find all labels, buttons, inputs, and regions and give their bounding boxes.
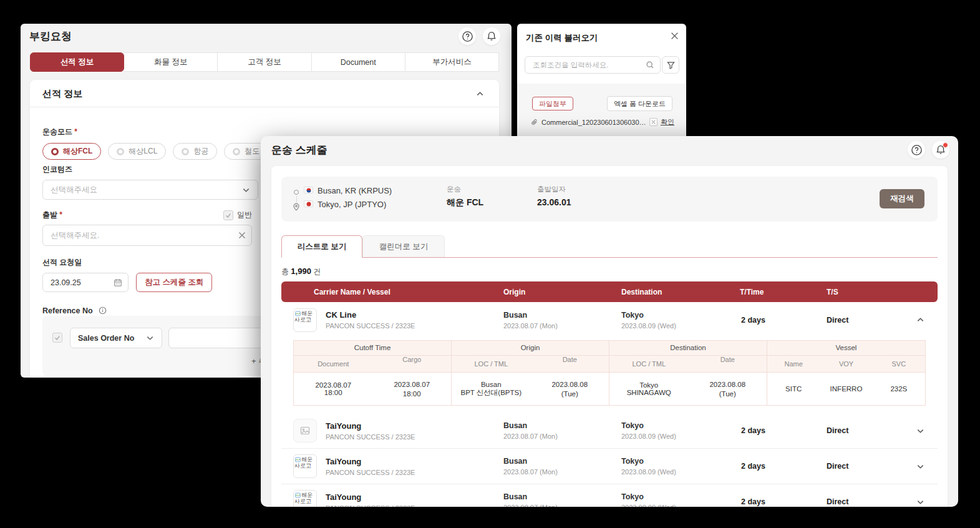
info-icon[interactable] [99, 306, 107, 315]
carrier-logo-broken-image: 해운사로고 [293, 454, 317, 478]
radio-sea-lcl[interactable]: 해상LCL [108, 143, 166, 160]
reference-row-checkbox[interactable] [52, 333, 62, 343]
origin-marker-icon [294, 190, 299, 195]
detail-group-destination: Destination [609, 341, 767, 355]
tab-document[interactable]: Document [312, 52, 405, 72]
attached-file-name: Commercial_120230601306030603060.... [541, 119, 646, 126]
section-title: 선적 정보 [42, 88, 82, 100]
expand-row-icon[interactable] [905, 498, 936, 506]
funnel-icon [667, 61, 675, 69]
general-checkbox-label: 일반 [237, 210, 252, 220]
expand-row-icon[interactable] [905, 462, 936, 471]
broken-image-icon [295, 457, 301, 462]
detail-data-row: 2023.08.0718:00 2023.08.0718:00 BusanBPT… [294, 373, 925, 405]
vessel-name: PANCON SUCCESS / 2323E [326, 322, 415, 330]
radio-air[interactable]: 항공 [173, 143, 217, 160]
research-button[interactable]: 재검색 [880, 189, 924, 208]
history-panel-title: 기존 이력 불러오기 [526, 32, 598, 44]
transit-time: 2 days [727, 316, 787, 325]
broken-image-icon [295, 492, 301, 498]
detail-group-origin: Origin [452, 341, 609, 355]
schedule-row[interactable]: 해운사로고 TaiYoung PANCON SUCCESS / 2323E Bu… [281, 449, 938, 484]
booking-page-title: 부킹요청 [29, 29, 72, 44]
search-icon[interactable] [646, 61, 654, 69]
schedule-title: 운송 스케줄 [271, 143, 327, 157]
tab-customer-info[interactable]: 고객 정보 [218, 52, 311, 72]
schedule-card: Busan, KR (KRPUS) Tokyo, JP (JPTYO) 운송 해… [271, 166, 948, 507]
help-button[interactable] [908, 141, 925, 159]
general-checkbox[interactable] [223, 210, 233, 220]
route-connector [296, 197, 297, 202]
question-icon [462, 31, 473, 42]
file-attach-button[interactable]: 파일첨부 [532, 97, 573, 110]
tab-extra-services[interactable]: 부가서비스 [405, 52, 499, 72]
transport-schedule-modal: 운송 스케줄 Busan, KR (KRPUS) T [261, 136, 958, 507]
schedule-detail-table: Cutoff Time Origin Destination Vessel Do… [293, 340, 926, 406]
carrier-logo-broken-image: 해운사로고 [293, 490, 317, 507]
tab-list-view[interactable]: 리스트로 보기 [281, 235, 362, 258]
route-summary-bar: Busan, KR (KRPUS) Tokyo, JP (JPTYO) 운송 해… [281, 177, 938, 222]
desktop: 부킹요청 선적 정보 화물 정보 고객 정보 Document 부가서비스 선적… [0, 0, 980, 528]
carrier-name: TaiYoung [326, 492, 415, 502]
radio-sea-fcl[interactable]: 해상FCL [42, 143, 101, 160]
carrier-logo-placeholder [293, 419, 317, 442]
excel-form-download-button[interactable]: 엑셀 폼 다운로드 [607, 96, 672, 111]
paperclip-icon [531, 119, 538, 126]
summary-transport: 운송 해운 FCL [447, 185, 483, 208]
collapse-section-button[interactable] [476, 90, 484, 98]
origin-city: Busan [503, 311, 609, 320]
korea-flag-icon [304, 187, 313, 193]
remove-file-icon[interactable] [649, 118, 657, 126]
attached-file-row: Commercial_120230601306030603060.... 확인 [531, 117, 680, 127]
transport-mode-label: 운송모드 [42, 127, 268, 137]
detail-group-cutoff: Cutoff Time [294, 341, 452, 355]
clear-icon[interactable] [238, 232, 246, 239]
reference-type-select[interactable]: Sales Order No [70, 328, 162, 348]
destination-city: Tokyo [621, 311, 727, 320]
filter-button[interactable] [662, 56, 679, 74]
history-search-input[interactable] [525, 56, 661, 74]
notifications-button[interactable] [932, 141, 949, 159]
tab-shipping-info[interactable]: 선적 정보 [30, 52, 124, 72]
image-icon [300, 426, 310, 436]
calendar-icon[interactable] [114, 278, 122, 287]
summary-destination: Tokyo, JP (JPTYO) [318, 200, 386, 209]
tab-calendar-view[interactable]: 캘린더로 보기 [362, 235, 445, 257]
schedule-row[interactable]: 해운사로고 CK Line PANCON SUCCESS / 2323E Bus… [281, 302, 938, 338]
broken-image-icon [295, 311, 301, 316]
booking-tab-bar: 선적 정보 화물 정보 고객 정보 Document 부가서비스 [30, 52, 499, 72]
reference-no-label: Reference No [42, 306, 93, 315]
confirm-link[interactable]: 확인 [661, 117, 674, 127]
collapse-row-icon[interactable] [905, 316, 936, 324]
radio-dot-icon [182, 148, 189, 155]
notification-badge [943, 142, 948, 148]
close-icon[interactable] [671, 32, 679, 40]
origin-date: 2023.08.07 (Mon) [503, 322, 609, 330]
reference-schedule-lookup-button[interactable]: 참고 스케줄 조회 [136, 273, 212, 292]
col-destination: Destination [609, 288, 727, 296]
carrier-name: TaiYoung [326, 457, 415, 466]
schedule-row[interactable]: 해운사로고 TaiYoung PANCON SUCCESS / 2323E Bu… [281, 484, 938, 507]
schedule-row[interactable]: TaiYoung PANCON SUCCESS / 2323E Busan 20… [281, 413, 938, 449]
vessel-name: PANCON SUCCESS / 2323E [326, 469, 415, 476]
col-origin: Origin [492, 288, 609, 296]
departure-input[interactable] [42, 225, 252, 246]
help-button[interactable] [458, 27, 476, 45]
col-ttime: T/Time [727, 288, 787, 296]
departure-label: 출발 [42, 210, 62, 220]
detail-group-vessel: Vessel [767, 341, 925, 355]
total-count: 총 1,990 건 [281, 266, 938, 277]
carrier-name: TaiYoung [326, 421, 415, 431]
request-date-label: 선적 요청일 [42, 257, 212, 268]
expand-row-icon[interactable] [905, 427, 936, 435]
bell-icon [486, 31, 497, 42]
carrier-logo-broken-image: 해운사로고 [293, 308, 317, 332]
notifications-button[interactable] [483, 27, 500, 45]
radio-dot-icon [117, 148, 124, 155]
destination-pin-icon [293, 203, 300, 211]
transport-mode-options: 해상FCL 해상LCL 항공 철도 [42, 143, 268, 160]
japan-flag-icon [304, 200, 313, 207]
incoterms-select[interactable]: 선택해주세요 [42, 180, 258, 200]
tab-cargo-info[interactable]: 화물 정보 [124, 52, 218, 72]
vessel-name: PANCON SUCCESS / 2323E [326, 433, 415, 441]
